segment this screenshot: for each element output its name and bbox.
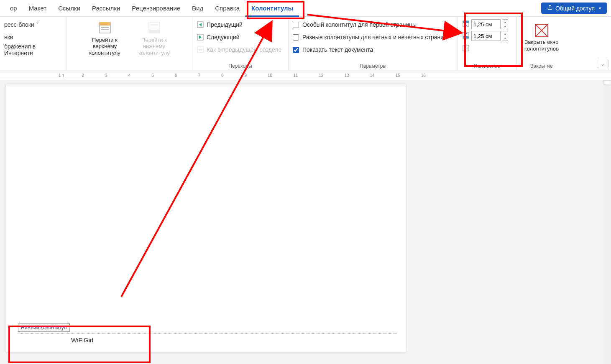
annotation-arrows: [0, 0, 611, 364]
svg-line-18: [307, 15, 460, 33]
svg-line-17: [121, 23, 271, 297]
